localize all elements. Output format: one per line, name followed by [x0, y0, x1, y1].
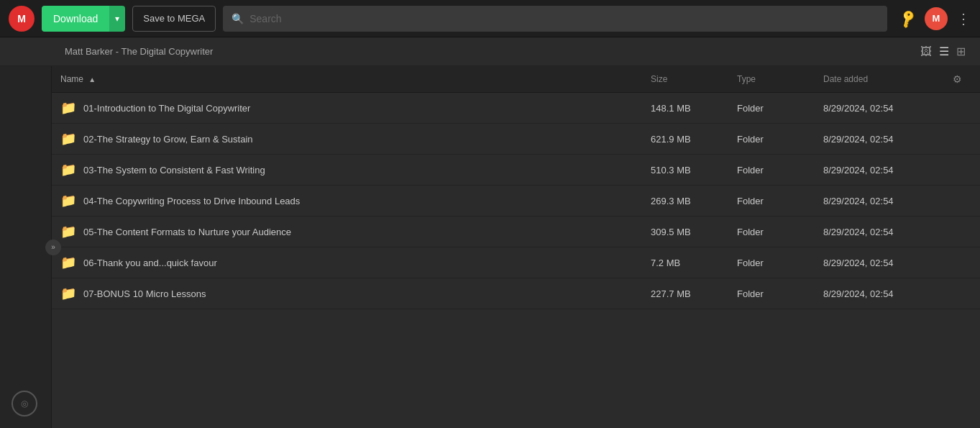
file-list-area: Name ▲ Size Type Date added ⚙ 📁 01-Intro…	[52, 66, 980, 428]
file-date-cell: 8/29/2024, 02:54	[815, 247, 944, 278]
column-type-header: Type	[728, 66, 815, 93]
file-name-cell: 📁 01-Introduction to The Digital Copywri…	[52, 93, 642, 124]
table-row[interactable]: 📁 01-Introduction to The Digital Copywri…	[52, 93, 980, 124]
user-avatar[interactable]: M	[925, 7, 948, 30]
file-size-cell: 7.2 MB	[642, 247, 728, 278]
key-icon[interactable]: 🔑	[897, 7, 919, 29]
file-table: Name ▲ Size Type Date added ⚙ 📁 01-Intro…	[52, 66, 980, 309]
file-size-cell: 510.3 MB	[642, 155, 728, 186]
file-name-cell: 📁 07-BONUS 10 Micro Lessons	[52, 278, 642, 309]
file-type-cell: Folder	[728, 124, 815, 155]
folder-icon: 📁	[60, 131, 76, 147]
file-date-cell: 8/29/2024, 02:54	[815, 186, 944, 217]
more-options-icon[interactable]: ⋮	[956, 10, 971, 27]
file-name-cell: 📁 02-The Strategy to Grow, Earn & Sustai…	[52, 124, 642, 155]
topbar: M Download Save to MEGA 🔍 🔑 M ⋮	[0, 0, 980, 37]
file-size-cell: 621.9 MB	[642, 124, 728, 155]
file-actions-cell	[944, 217, 980, 247]
file-name: 05-The Content Formats to Nurture your A…	[83, 227, 291, 237]
search-icon: 🔍	[232, 13, 244, 24]
topbar-right: 🔑 M ⋮	[900, 7, 971, 30]
column-size-header: Size	[642, 66, 728, 93]
sort-arrow-icon: ▲	[88, 76, 96, 83]
file-actions-cell	[944, 278, 980, 309]
list-view-icon[interactable]: ☰	[939, 45, 949, 58]
file-size-cell: 269.3 MB	[642, 186, 728, 217]
thumbnail-view-icon[interactable]: 🖼	[920, 45, 932, 58]
file-date-cell: 8/29/2024, 02:54	[815, 278, 944, 309]
save-to-mega-button[interactable]: Save to MEGA	[132, 6, 216, 32]
sidebar: »	[0, 66, 52, 428]
table-row[interactable]: 📁 02-The Strategy to Grow, Earn & Sustai…	[52, 124, 980, 155]
column-date-header: Date added	[815, 66, 944, 93]
file-name-cell: 📁 03-The System to Consistent & Fast Wri…	[52, 155, 642, 186]
file-name: 03-The System to Consistent & Fast Writi…	[83, 165, 265, 176]
file-type-cell: Folder	[728, 186, 815, 217]
file-date-cell: 8/29/2024, 02:54	[815, 124, 944, 155]
download-dropdown-button[interactable]	[109, 6, 125, 32]
gear-icon[interactable]: ⚙	[953, 73, 962, 85]
file-name-cell: 📁 05-The Content Formats to Nurture your…	[52, 217, 642, 247]
file-size-cell: 148.1 MB	[642, 93, 728, 124]
folder-icon: 📁	[60, 286, 76, 301]
file-actions-cell	[944, 124, 980, 155]
file-date-cell: 8/29/2024, 02:54	[815, 217, 944, 247]
bottom-logo: ◎	[12, 391, 37, 416]
download-button[interactable]: Download	[42, 6, 109, 32]
file-type-cell: Folder	[728, 93, 815, 124]
file-size-cell: 309.5 MB	[642, 217, 728, 247]
file-actions-cell	[944, 155, 980, 186]
view-controls: 🖼 ☰ ⊞	[920, 45, 966, 58]
table-row[interactable]: 📁 04-The Copywriting Process to Drive In…	[52, 186, 980, 217]
file-name: 06-Thank you and...quick favour	[83, 258, 217, 268]
file-name-cell: 📁 06-Thank you and...quick favour	[52, 247, 642, 278]
file-actions-cell	[944, 247, 980, 278]
file-actions-cell	[944, 186, 980, 217]
table-row[interactable]: 📁 06-Thank you and...quick favour 7.2 MB…	[52, 247, 980, 278]
folder-icon: 📁	[60, 162, 76, 178]
file-name: 01-Introduction to The Digital Copywrite…	[83, 103, 250, 114]
vinyl-icon[interactable]: ◎	[12, 391, 37, 416]
column-settings-header: ⚙	[944, 66, 980, 93]
file-size-cell: 227.7 MB	[642, 278, 728, 309]
table-header-row: Name ▲ Size Type Date added ⚙	[52, 66, 980, 93]
file-type-cell: Folder	[728, 155, 815, 186]
download-button-group: Download	[42, 6, 125, 32]
file-name-cell: 📁 04-The Copywriting Process to Drive In…	[52, 186, 642, 217]
folder-icon: 📁	[60, 100, 76, 116]
table-row[interactable]: 📁 05-The Content Formats to Nurture your…	[52, 217, 980, 247]
column-name-header[interactable]: Name ▲	[52, 66, 642, 93]
folder-icon: 📁	[60, 193, 76, 209]
file-date-cell: 8/29/2024, 02:54	[815, 93, 944, 124]
file-date-cell: 8/29/2024, 02:54	[815, 155, 944, 186]
sidebar-collapse-button[interactable]: »	[45, 240, 61, 255]
breadcrumb: Matt Barker - The Digital Copywriter	[65, 46, 213, 57]
main-content: » Name ▲ Size Type Date added ⚙	[0, 66, 980, 428]
table-row[interactable]: 📁 03-The System to Consistent & Fast Wri…	[52, 155, 980, 186]
file-actions-cell	[944, 93, 980, 124]
file-name: 07-BONUS 10 Micro Lessons	[83, 288, 206, 299]
file-name: 02-The Strategy to Grow, Earn & Sustain	[83, 134, 253, 145]
table-row[interactable]: 📁 07-BONUS 10 Micro Lessons 227.7 MB Fol…	[52, 278, 980, 309]
file-type-cell: Folder	[728, 217, 815, 247]
search-input[interactable]	[249, 13, 879, 24]
folder-icon: 📁	[60, 255, 76, 270]
grid-view-icon[interactable]: ⊞	[956, 45, 966, 58]
mega-logo[interactable]: M	[9, 6, 35, 32]
search-bar: 🔍	[223, 6, 887, 32]
file-type-cell: Folder	[728, 278, 815, 309]
folder-icon: 📁	[60, 224, 76, 240]
file-type-cell: Folder	[728, 247, 815, 278]
breadcrumb-bar: Matt Barker - The Digital Copywriter 🖼 ☰…	[0, 37, 980, 66]
file-name: 04-The Copywriting Process to Drive Inbo…	[83, 196, 300, 206]
